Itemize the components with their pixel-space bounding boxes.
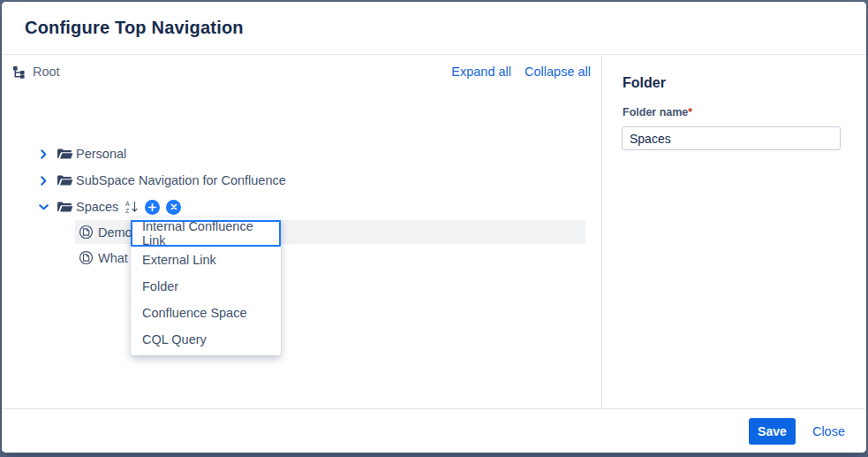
menu-item-internal-confluence-link[interactable]: Internal Confluence Link [131,220,281,247]
tree-node-subspace-navigation[interactable]: SubSpace Navigation for Confluence [39,168,286,193]
confluence-space-icon [79,250,98,265]
chevron-right-icon[interactable] [39,176,57,186]
dialog-header: Configure Top Navigation [2,2,866,55]
svg-text:Z: Z [125,208,130,214]
navigation-tree-panel: Root Expand all Collapse all Personal [2,56,601,408]
page-title: Configure Top Navigation [25,18,244,38]
tree-node-label: What [98,251,128,265]
tree-node-personal[interactable]: Personal [39,141,126,166]
folder-icon [57,148,76,161]
tree-node-root[interactable]: Root [12,60,60,83]
collapse-all-link[interactable]: Collapse all [525,65,591,79]
sort-alpha-icon[interactable]: A Z [125,200,139,214]
menu-item-cql-query[interactable]: CQL Query [131,326,281,353]
root-label: Root [33,65,60,79]
tree-node-label: Demo [98,225,132,240]
tree-node-spaces[interactable]: Spaces A Z [39,194,181,219]
configure-top-navigation-dialog: Configure Top Navigation Root Expand all… [2,2,866,453]
folder-icon [57,201,76,214]
required-marker: * [688,106,692,118]
tree-node-label: Personal [76,147,126,161]
add-item-button[interactable] [145,200,160,215]
menu-item-folder[interactable]: Folder [131,273,281,300]
chevron-right-icon[interactable] [39,149,57,159]
expand-all-link[interactable]: Expand all [451,65,511,79]
menu-item-confluence-space[interactable]: Confluence Space [131,300,281,326]
tree-header-row: Root Expand all Collapse all [2,60,601,83]
folder-detail-panel: Folder Folder name* [601,56,866,408]
tree-node-label: SubSpace Navigation for Confluence [76,173,286,187]
chevron-down-icon[interactable] [39,202,57,212]
folder-icon [57,174,76,187]
close-link[interactable]: Close [812,424,845,438]
folder-name-input[interactable] [622,126,841,150]
spaces-row-tools: A Z [125,200,181,215]
hierarchy-root-icon [12,65,26,79]
svg-text:A: A [125,201,130,207]
detail-panel-heading: Folder [623,75,666,91]
remove-item-button[interactable] [166,200,181,215]
tree-actions: Expand all Collapse all [451,60,591,83]
tree-node-label: Spaces [76,200,118,214]
confluence-space-icon [79,225,98,240]
add-item-menu: Internal Confluence Link External Link F… [131,217,281,355]
dialog-footer: Save Close [2,408,866,453]
save-button[interactable]: Save [749,418,796,445]
folder-name-label: Folder name* [623,106,692,118]
menu-item-external-link[interactable]: External Link [131,247,281,273]
folder-name-label-text: Folder name [623,106,688,118]
